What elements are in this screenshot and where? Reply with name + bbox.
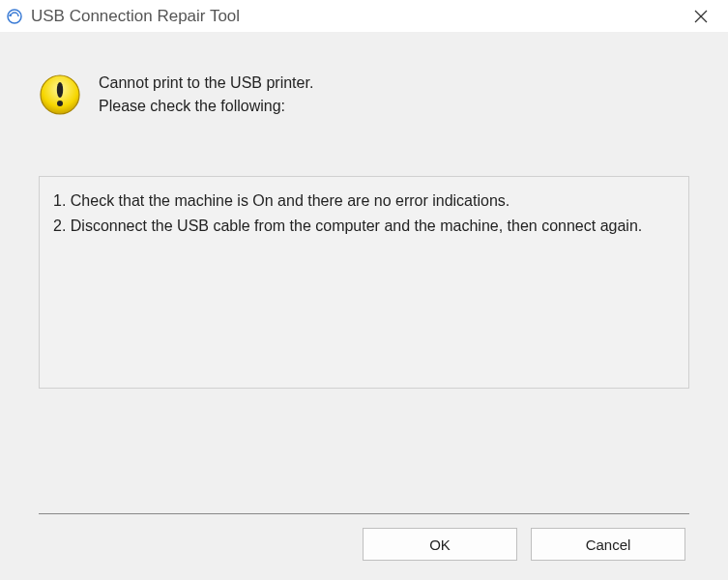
message-line-2: Please check the following: — [99, 95, 313, 118]
message-row: Cannot print to the USB printer. Please … — [39, 72, 689, 118]
close-icon — [694, 10, 708, 23]
titlebar: USB Connection Repair Tool — [0, 0, 728, 33]
ok-button[interactable]: OK — [363, 528, 517, 561]
instruction-item-1: 1. Check that the machine is On and ther… — [53, 188, 675, 214]
message-line-1: Cannot print to the USB printer. — [99, 72, 313, 95]
svg-point-6 — [57, 101, 63, 106]
svg-point-5 — [57, 82, 63, 98]
close-button[interactable] — [682, 2, 720, 31]
instructions-panel: 1. Check that the machine is On and ther… — [39, 176, 689, 389]
dialog-window: USB Connection Repair Tool — [0, 0, 728, 580]
cancel-button[interactable]: Cancel — [531, 528, 685, 561]
window-title: USB Connection Repair Tool — [31, 7, 682, 26]
svg-point-0 — [8, 10, 21, 23]
app-icon — [6, 8, 23, 25]
dialog-content: Cannot print to the USB printer. Please … — [0, 33, 728, 580]
warning-icon — [39, 73, 81, 116]
button-row: OK Cancel — [39, 513, 689, 561]
message-text: Cannot print to the USB printer. Please … — [99, 72, 313, 118]
instruction-item-2: 2. Disconnect the USB cable from the com… — [53, 214, 675, 239]
spacer — [39, 389, 689, 494]
